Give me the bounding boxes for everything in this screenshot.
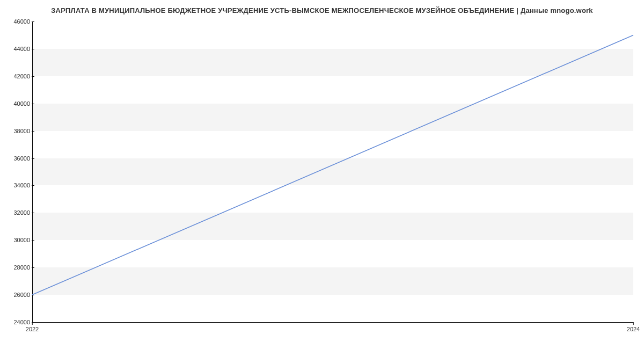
chart-title: ЗАРПЛАТА В МУНИЦИПАЛЬНОЕ БЮДЖЕТНОЕ УЧРЕЖ… bbox=[0, 6, 644, 14]
y-tick-label: 36000 bbox=[3, 155, 30, 162]
y-tick-label: 30000 bbox=[3, 237, 30, 243]
y-tick-label: 42000 bbox=[3, 73, 30, 79]
x-tick-mark bbox=[633, 322, 634, 325]
data-line-layer bbox=[32, 21, 633, 322]
data-line bbox=[32, 35, 633, 295]
y-tick-label: 44000 bbox=[3, 46, 30, 52]
chart-container: ЗАРПЛАТА В МУНИЦИПАЛЬНОЕ БЮДЖЕТНОЕ УЧРЕЖ… bbox=[0, 0, 644, 349]
y-tick-label: 46000 bbox=[3, 18, 30, 25]
x-tick-label: 2022 bbox=[26, 326, 39, 332]
y-tick-label: 32000 bbox=[3, 209, 30, 216]
y-tick-label: 28000 bbox=[3, 264, 30, 271]
y-tick-label: 26000 bbox=[3, 292, 30, 298]
y-tick-label: 34000 bbox=[3, 182, 30, 188]
x-axis-line bbox=[32, 322, 633, 323]
y-tick-label: 38000 bbox=[3, 128, 30, 134]
x-tick-mark bbox=[32, 322, 33, 325]
x-tick-label: 2024 bbox=[627, 326, 640, 332]
y-tick-label: 40000 bbox=[3, 100, 30, 107]
y-tick-label: 24000 bbox=[3, 319, 30, 325]
